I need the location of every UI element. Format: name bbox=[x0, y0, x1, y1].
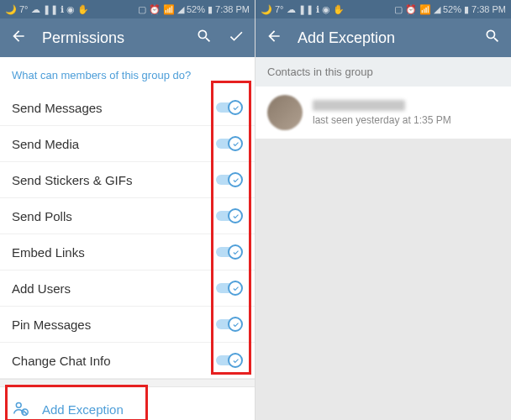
add-exception-button[interactable]: Add Exception bbox=[0, 387, 255, 420]
svg-point-0 bbox=[16, 402, 21, 407]
signal-icon: ◢ bbox=[177, 4, 184, 15]
permission-label: Change Chat Info bbox=[12, 354, 111, 368]
moon-icon: 🌙 bbox=[261, 4, 272, 15]
search-icon[interactable] bbox=[196, 28, 213, 48]
empty-area bbox=[256, 139, 511, 420]
permission-row[interactable]: Send Stickers & GIFs bbox=[0, 162, 255, 198]
battery-text: 52% bbox=[443, 4, 461, 14]
permission-toggle[interactable] bbox=[214, 353, 243, 368]
nosim-icon: ▢ bbox=[394, 4, 403, 15]
exception-content: Contacts in this group last seen yesterd… bbox=[256, 57, 511, 420]
contact-name-blurred bbox=[313, 100, 405, 111]
clock-text: 7:38 PM bbox=[215, 4, 250, 14]
permission-toggle[interactable] bbox=[214, 172, 243, 187]
contact-last-seen: last seen yesterday at 1:35 PM bbox=[313, 114, 451, 126]
app-bar: Add Exception bbox=[256, 18, 511, 57]
confirm-icon[interactable] bbox=[228, 28, 245, 48]
search-icon[interactable] bbox=[484, 28, 501, 48]
permission-label: Send Messages bbox=[12, 101, 103, 115]
page-title: Add Exception bbox=[298, 29, 469, 47]
contact-row[interactable]: last seen yesterday at 1:35 PM bbox=[256, 87, 511, 139]
info-icon: ℹ bbox=[316, 4, 319, 15]
permission-row[interactable]: Send Polls bbox=[0, 198, 255, 234]
permission-row[interactable]: Change Chat Info bbox=[0, 343, 255, 379]
moon-icon: 🌙 bbox=[5, 4, 17, 15]
permission-row[interactable]: Send Media bbox=[0, 126, 255, 162]
back-icon[interactable] bbox=[10, 28, 27, 48]
permissions-screen: 🌙 7° ☁ ❚❚ ℹ ◉ ✋ ▢ ⏰ 📶 ◢ 52% ▮ 7:38 PM bbox=[0, 0, 256, 420]
divider bbox=[0, 379, 255, 387]
wifi-icon: 📶 bbox=[419, 4, 431, 15]
permission-label: Send Polls bbox=[12, 209, 72, 223]
permission-label: Pin Messages bbox=[12, 318, 91, 332]
sync-icon: ◉ bbox=[322, 4, 330, 15]
add-exception-screen: 🌙 7° ☁ ❚❚ ℹ ◉ ✋ ▢ ⏰ 📶 ◢ 52% ▮ 7:38 PM bbox=[256, 0, 511, 420]
permission-row[interactable]: Add Users bbox=[0, 270, 255, 307]
add-user-icon bbox=[12, 399, 30, 420]
group-header: Contacts in this group bbox=[256, 57, 511, 87]
pause-icon: ❚❚ bbox=[298, 4, 313, 15]
permission-row[interactable]: Embed Links bbox=[0, 234, 255, 270]
page-title: Permissions bbox=[42, 29, 181, 47]
app-bar: Permissions bbox=[0, 18, 255, 57]
status-bar: 🌙 7° ☁ ❚❚ ℹ ◉ ✋ ▢ ⏰ 📶 ◢ 52% ▮ 7:38 PM bbox=[256, 0, 511, 18]
permission-toggle[interactable] bbox=[214, 100, 243, 115]
avatar bbox=[267, 95, 303, 130]
nosim-icon: ▢ bbox=[138, 4, 146, 15]
temp-text: 7° bbox=[275, 4, 284, 14]
permission-label: Send Stickers & GIFs bbox=[12, 173, 132, 187]
info-icon: ℹ bbox=[61, 4, 64, 15]
hand-icon: ✋ bbox=[77, 4, 89, 15]
permission-row[interactable]: Send Messages bbox=[0, 90, 255, 126]
alarm-icon: ⏰ bbox=[405, 4, 417, 15]
battery-text: 52% bbox=[187, 4, 205, 14]
hand-icon: ✋ bbox=[333, 4, 345, 15]
permission-row[interactable]: Pin Messages bbox=[0, 307, 255, 343]
permission-toggle[interactable] bbox=[214, 281, 243, 296]
permission-label: Add Users bbox=[12, 281, 71, 296]
sync-icon: ◉ bbox=[66, 4, 75, 15]
wifi-icon: 📶 bbox=[163, 4, 175, 15]
battery-icon: ▮ bbox=[208, 4, 213, 15]
clock-text: 7:38 PM bbox=[471, 4, 506, 14]
add-exception-label: Add Exception bbox=[42, 402, 124, 417]
permission-toggle[interactable] bbox=[214, 208, 243, 223]
section-label: What can members of this group do? bbox=[0, 57, 255, 90]
alarm-icon: ⏰ bbox=[149, 4, 161, 15]
permission-toggle[interactable] bbox=[214, 317, 243, 332]
cloud-icon: ☁ bbox=[31, 4, 40, 15]
permissions-content: What can members of this group do? Send … bbox=[0, 57, 255, 420]
status-bar: 🌙 7° ☁ ❚❚ ℹ ◉ ✋ ▢ ⏰ 📶 ◢ 52% ▮ 7:38 PM bbox=[0, 0, 255, 18]
cloud-icon: ☁ bbox=[287, 4, 296, 15]
battery-icon: ▮ bbox=[464, 4, 469, 15]
pause-icon: ❚❚ bbox=[43, 4, 58, 15]
permission-toggle[interactable] bbox=[214, 244, 243, 260]
signal-icon: ◢ bbox=[434, 4, 440, 15]
permission-label: Send Media bbox=[12, 137, 79, 151]
back-icon[interactable] bbox=[266, 28, 282, 48]
permission-label: Embed Links bbox=[12, 245, 85, 260]
permission-toggle[interactable] bbox=[214, 136, 243, 151]
temp-text: 7° bbox=[19, 4, 29, 14]
